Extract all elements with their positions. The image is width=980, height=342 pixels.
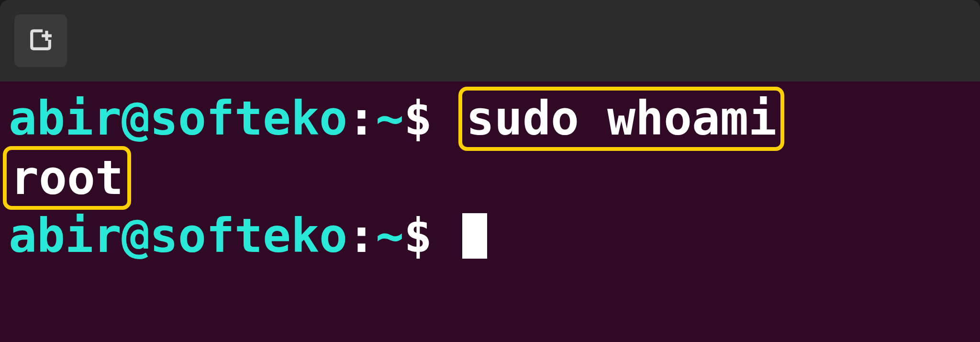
prompt-user-host: abir@softeko [9, 91, 347, 147]
prompt-path: ~ [376, 208, 404, 264]
prompt-separator: : [347, 208, 376, 264]
prompt-separator: : [347, 91, 376, 147]
terminal-line-3: abir@softeko:~$ [9, 208, 971, 264]
prompt-symbol: $ [404, 208, 432, 264]
prompt-symbol: $ [404, 91, 432, 147]
terminal-line-2: root [9, 149, 971, 208]
spacer [432, 91, 460, 147]
command-text: sudo whoami [466, 91, 777, 146]
spacer [432, 208, 460, 264]
terminal-line-1: abir@softeko:~$ sudo whoami [9, 89, 971, 149]
terminal-body[interactable]: abir@softeko:~$ sudo whoami root abir@so… [0, 81, 980, 342]
output-highlight: root [3, 146, 131, 210]
command-highlight: sudo whoami [458, 87, 784, 151]
prompt-user-host: abir@softeko [9, 208, 347, 264]
output-text: root [11, 150, 123, 205]
terminal-cursor [462, 213, 487, 259]
new-tab-button[interactable] [14, 14, 67, 67]
terminal-tab-bar [0, 0, 980, 81]
new-tab-icon [29, 28, 53, 54]
prompt-path: ~ [376, 91, 404, 147]
